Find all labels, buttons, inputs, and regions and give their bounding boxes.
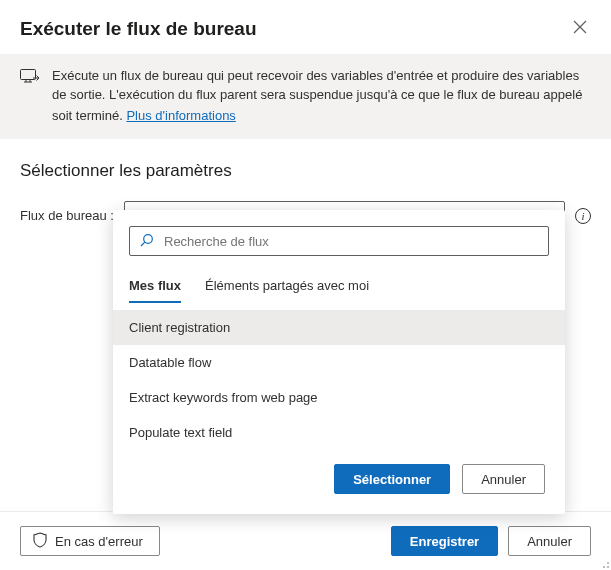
select-button[interactable]: Sélectionner (334, 464, 450, 494)
resize-grip-icon[interactable] (597, 556, 609, 568)
list-item[interactable]: Client registration (113, 310, 565, 345)
shield-icon (33, 532, 47, 551)
svg-point-4 (144, 234, 153, 243)
info-icon[interactable]: i (575, 208, 591, 224)
search-box[interactable] (129, 226, 549, 256)
flow-dropdown-panel: Mes flux Éléments partagés avec moi Clie… (113, 210, 565, 514)
desktop-flow-icon (20, 69, 40, 90)
info-banner: Exécute un flux de bureau qui peut recev… (0, 54, 611, 139)
more-info-link[interactable]: Plus d'informations (126, 107, 235, 126)
save-button[interactable]: Enregistrer (391, 526, 498, 556)
tab-shared-with-me[interactable]: Éléments partagés avec moi (205, 272, 369, 303)
flow-list: Client registration Datatable flow Extra… (113, 304, 565, 450)
list-item[interactable]: Datatable flow (113, 345, 565, 380)
search-icon (140, 233, 154, 250)
dropdown-cancel-button[interactable]: Annuler (462, 464, 545, 494)
tab-my-flows[interactable]: Mes flux (129, 272, 181, 303)
svg-line-5 (141, 242, 145, 246)
on-error-button[interactable]: En cas d'erreur (20, 526, 160, 556)
on-error-label: En cas d'erreur (55, 534, 143, 549)
dialog-title: Exécuter le flux de bureau (20, 18, 257, 40)
cancel-button[interactable]: Annuler (508, 526, 591, 556)
flow-field-label: Flux de bureau : (20, 208, 114, 223)
list-item[interactable]: Populate text field (113, 415, 565, 450)
list-item[interactable]: Extract keywords from web page (113, 380, 565, 415)
search-input[interactable] (164, 234, 538, 249)
close-icon[interactable] (569, 18, 591, 40)
section-title: Sélectionner les paramètres (20, 161, 591, 181)
